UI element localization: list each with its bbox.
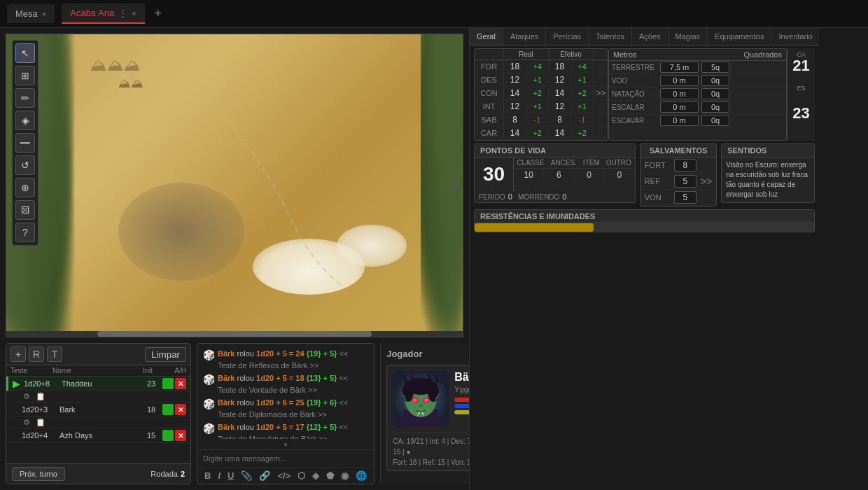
- chat-code-button[interactable]: </>: [276, 470, 292, 481]
- init-row-1-notes-btn[interactable]: 📋: [36, 418, 46, 427]
- tool-diamond[interactable]: ◈: [15, 111, 35, 130]
- attr-ef-des[interactable]: 12: [549, 74, 571, 86]
- chat-link-button[interactable]: 🔗: [258, 470, 272, 481]
- init-t-button[interactable]: T: [47, 346, 62, 362]
- attr-real-car[interactable]: 14: [504, 127, 526, 139]
- attr-header-row: Real Efetivo: [475, 49, 608, 60]
- map-scrollbar[interactable]: [6, 331, 463, 337]
- save-arrow-ref[interactable]: >>: [701, 176, 712, 187]
- init-row-0-red[interactable]: ✕: [175, 378, 186, 389]
- ca-value[interactable]: 21: [792, 58, 809, 74]
- attr-ef-con[interactable]: 14: [549, 87, 571, 99]
- tool-zoom[interactable]: ⊕: [15, 178, 35, 197]
- char-tab-magias[interactable]: Magias: [668, 28, 708, 45]
- chat-underline-button[interactable]: U: [226, 470, 235, 481]
- init-add-button[interactable]: +: [10, 346, 26, 362]
- save-val-ref[interactable]: 5: [674, 175, 696, 188]
- hp-val-ances[interactable]: 6: [544, 169, 574, 181]
- save-label-fort: FORT: [645, 161, 670, 169]
- hp-ferido-val[interactable]: 0: [508, 192, 512, 201]
- init-row-0: ▶ 1d20+8 Thaddeu 23 ✕: [6, 377, 190, 391]
- attr-real-des[interactable]: 12: [504, 74, 526, 86]
- tab-acaba-ana-close[interactable]: ×: [132, 9, 136, 18]
- movement-sq-3[interactable]: 0q: [701, 102, 729, 113]
- char-tab-pericias[interactable]: Perícias: [546, 28, 589, 45]
- movement-val-0[interactable]: 7,5 m: [660, 62, 699, 73]
- char-tab-ataques[interactable]: Ataques: [503, 28, 546, 45]
- chat-input[interactable]: [197, 450, 374, 467]
- hp-val-item[interactable]: 0: [575, 169, 605, 181]
- attr-ef-for[interactable]: 18: [549, 60, 571, 73]
- save-val-von[interactable]: 5: [674, 191, 696, 204]
- movement-val-2[interactable]: 0 m: [660, 88, 699, 99]
- hp-total[interactable]: 30: [475, 158, 514, 191]
- init-row-1-green[interactable]: [162, 404, 174, 415]
- tool-ruler[interactable]: ━━: [15, 133, 35, 153]
- attr-real-con[interactable]: 14: [504, 87, 526, 99]
- init-r-button[interactable]: R: [29, 346, 44, 362]
- prox-turno-button[interactable]: Próx. turno: [12, 467, 65, 481]
- movement-sq-4[interactable]: 0q: [701, 115, 729, 126]
- init-row-0-notes-btn[interactable]: 📋: [36, 392, 46, 401]
- attr-mod-des: +1: [526, 74, 549, 85]
- resist-scrollbar[interactable]: [475, 223, 814, 232]
- init-row-0-edit-btn[interactable]: ⚙: [23, 392, 30, 401]
- hp-morrendo-val[interactable]: 0: [562, 192, 566, 201]
- rodada-info: Rodada 2: [150, 470, 185, 478]
- chat-hex2-button[interactable]: ◈: [311, 470, 321, 481]
- tool-history[interactable]: ↺: [15, 155, 35, 175]
- tool-help[interactable]: ?: [15, 223, 35, 242]
- attr-real-sab[interactable]: 8: [504, 113, 526, 126]
- es-value[interactable]: 23: [792, 106, 809, 121]
- tab-acaba-ana[interactable]: Acaba Ana ⋮ ×: [62, 4, 144, 24]
- char-tab-geral[interactable]: Geral: [470, 28, 503, 45]
- movement-val-3[interactable]: 0 m: [660, 102, 699, 113]
- movement-val-4[interactable]: 0 m: [660, 115, 699, 126]
- map-cloud2: [337, 225, 407, 267]
- init-row-0-green[interactable]: [162, 378, 174, 389]
- chat-hex4-button[interactable]: ◉: [340, 470, 350, 481]
- init-row-1-edit-btn[interactable]: ⚙: [23, 418, 30, 427]
- map-scrollbar-thumb: [97, 331, 371, 337]
- attr-ef-int[interactable]: 12: [549, 100, 571, 113]
- tab-add-button[interactable]: +: [155, 6, 162, 21]
- init-row-2-red[interactable]: ✕: [175, 430, 186, 441]
- init-row-2-green[interactable]: [162, 430, 174, 441]
- init-row-1-red[interactable]: ✕: [175, 404, 186, 415]
- hp-val-outro[interactable]: 0: [605, 169, 635, 181]
- movement-val-1[interactable]: 0 m: [660, 75, 699, 86]
- hp-val-classe[interactable]: 10: [514, 169, 544, 181]
- save-row-ref: REF 5 >>: [640, 174, 716, 190]
- map-area[interactable]: ⛰⛰⛰ ⛰⛰ ↖ ⊞ ✏ ◈ ━━ ↺ ⊕ ⚄: [6, 34, 463, 337]
- attr-ef-sab[interactable]: 8: [549, 113, 571, 126]
- char-tab-inventario[interactable]: Inventario: [771, 28, 819, 45]
- char-tab-equipamentos[interactable]: Equipamentos: [708, 28, 771, 45]
- tool-layers[interactable]: ⊞: [15, 66, 35, 85]
- chat-globe-button[interactable]: 🌐: [354, 470, 368, 481]
- chat-hex1-button[interactable]: ⬡: [296, 470, 307, 481]
- save-val-fort[interactable]: 8: [674, 159, 696, 172]
- movement-sq-1[interactable]: 0q: [701, 75, 729, 86]
- tab-mesa-close[interactable]: ×: [42, 10, 46, 18]
- chat-italic-button[interactable]: I: [216, 470, 222, 481]
- map-mountains: ⛰⛰⛰: [90, 55, 141, 75]
- movement-sq-0[interactable]: 5q: [701, 62, 729, 73]
- init-row-1-spacer: ▶: [10, 404, 19, 415]
- chat-attach-button[interactable]: 📎: [239, 470, 253, 481]
- tool-dice[interactable]: ⚄: [15, 200, 35, 220]
- tool-pencil[interactable]: ✏: [15, 88, 35, 108]
- tool-cursor[interactable]: ↖: [15, 43, 35, 63]
- char-tab-talentos[interactable]: Talentos: [589, 28, 632, 45]
- char-tab-acoes[interactable]: Ações: [632, 28, 668, 45]
- attr-real-int[interactable]: 12: [504, 100, 526, 113]
- chat-bold-button[interactable]: B: [203, 470, 212, 481]
- attr-arrow-btn[interactable]: >>: [594, 88, 608, 98]
- movement-sq-2[interactable]: 0q: [701, 88, 729, 99]
- attr-real-for[interactable]: 18: [504, 60, 526, 73]
- chat-hex3-button[interactable]: ⬟: [325, 470, 335, 481]
- attr-ef-car[interactable]: 14: [549, 127, 571, 139]
- hp-status-morrendo: MORRENDO 0: [518, 192, 567, 201]
- init-clear-button[interactable]: Limpar: [145, 347, 186, 362]
- tab-mesa[interactable]: Mesa ×: [7, 4, 55, 23]
- tab-menu-icon[interactable]: ⋮: [118, 8, 127, 18]
